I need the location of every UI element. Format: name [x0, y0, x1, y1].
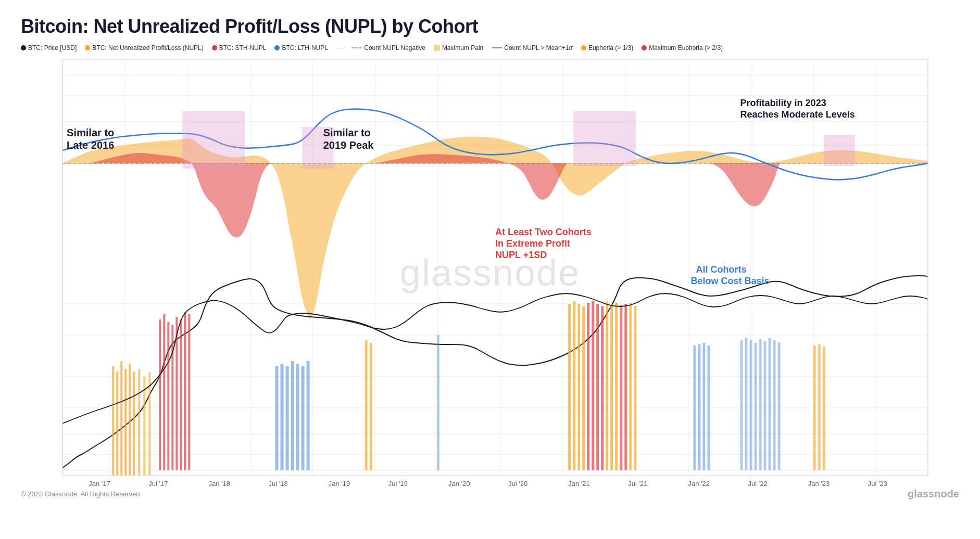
- svg-rect-81: [745, 338, 748, 470]
- svg-rect-75: [634, 306, 636, 470]
- legend-label-count-nupl-negative: Count NUPL Negative: [364, 44, 425, 52]
- svg-text:Jul '17: Jul '17: [148, 480, 168, 486]
- svg-text:Jul '20: Jul '20: [508, 480, 527, 486]
- svg-rect-55: [296, 364, 299, 470]
- svg-rect-84: [759, 339, 762, 470]
- svg-text:Similar to: Similar to: [67, 127, 114, 138]
- svg-text:600: 600: [26, 399, 37, 407]
- svg-text:0: 0: [934, 159, 938, 167]
- svg-rect-53: [286, 366, 289, 470]
- svg-rect-52: [281, 364, 284, 470]
- svg-text:-2.4: -2.4: [931, 370, 942, 378]
- svg-rect-78: [702, 343, 705, 470]
- svg-rect-49: [143, 377, 145, 476]
- svg-rect-87: [773, 340, 776, 470]
- svg-rect-76: [693, 345, 696, 470]
- svg-text:800K: 800K: [23, 142, 40, 149]
- svg-rect-50: [148, 373, 150, 476]
- svg-text:2019 Peak: 2019 Peak: [323, 139, 374, 151]
- svg-rect-63: [577, 304, 580, 470]
- svg-text:-1.2: -1.2: [931, 266, 942, 274]
- legend-label-btc-lth-nupl: BTC: LTH-NUPL: [282, 44, 328, 52]
- svg-rect-89: [813, 345, 816, 470]
- legend-dot-btc-price: [21, 45, 26, 50]
- svg-rect-30: [182, 111, 245, 169]
- legend-dot-btc-sth-nupl: [212, 45, 217, 50]
- legend-label-btc-nupl: BTC: Net Unrealized Profit/Loss (NUPL): [92, 44, 203, 52]
- svg-rect-51: [275, 366, 279, 470]
- svg-text:All Cohorts: All Cohorts: [696, 264, 746, 275]
- svg-rect-74: [629, 303, 632, 470]
- svg-rect-32: [573, 111, 636, 166]
- copyright-text: © 2023 Glassnode. All Rights Reserved.: [21, 490, 142, 498]
- svg-rect-59: [370, 343, 372, 470]
- svg-rect-91: [823, 346, 825, 470]
- svg-text:2M: 2M: [26, 118, 35, 125]
- svg-rect-73: [624, 304, 627, 470]
- svg-rect-54: [291, 361, 294, 470]
- svg-text:Jul '23: Jul '23: [868, 480, 887, 486]
- svg-text:400K: 400K: [23, 159, 40, 167]
- svg-rect-86: [769, 338, 771, 470]
- svg-text:Jan '23: Jan '23: [808, 480, 830, 486]
- svg-text:Jan '17: Jan '17: [89, 480, 110, 486]
- legend-label-max-pain: Maximum Pain: [442, 44, 483, 52]
- svg-rect-47: [188, 314, 190, 470]
- legend-dot-euphoria: [581, 45, 586, 50]
- svg-text:10M: 10M: [23, 71, 36, 79]
- svg-rect-40: [159, 319, 161, 470]
- chart-container: Bitcoin: Net Unrealized Profit/Loss (NUP…: [0, 0, 980, 539]
- svg-rect-88: [778, 342, 781, 470]
- svg-rect-71: [615, 303, 618, 470]
- svg-rect-82: [750, 340, 752, 470]
- legend-dot-btc-nupl: [85, 45, 90, 50]
- legend-line-nupl-mean: [492, 47, 502, 48]
- svg-text:20K: 20K: [26, 261, 38, 269]
- svg-text:-3.6: -3.6: [931, 469, 942, 477]
- legend-count-nupl-mean: Count NUPL > Mean+1σ: [492, 44, 573, 52]
- svg-text:Jul '18: Jul '18: [269, 480, 288, 486]
- svg-rect-80: [740, 340, 743, 470]
- chart-title: Bitcoin: Net Unrealized Profit/Loss (NUP…: [21, 16, 959, 37]
- svg-rect-57: [307, 361, 310, 470]
- svg-rect-56: [301, 366, 305, 470]
- svg-rect-66: [592, 301, 594, 470]
- svg-rect-46: [184, 312, 186, 470]
- legend-dot-max-euphoria: [642, 45, 647, 50]
- svg-rect-38: [129, 364, 131, 476]
- legend-euphoria: Euphoria (> 1/3): [581, 44, 633, 52]
- legend-label-btc-price: BTC: Price [USD]: [28, 44, 77, 52]
- legend-row: BTC: Price [USD] BTC: Net Unrealized Pro…: [21, 44, 959, 52]
- legend-label-count-nupl-mean: Count NUPL > Mean+1σ: [504, 44, 573, 52]
- svg-rect-58: [365, 340, 368, 470]
- svg-text:Jan '20: Jan '20: [448, 480, 470, 486]
- svg-rect-65: [587, 303, 589, 470]
- svg-rect-68: [601, 306, 604, 470]
- svg-rect-60: [437, 335, 439, 470]
- svg-text:Jan '21: Jan '21: [568, 480, 590, 486]
- svg-text:Profitability in 2023: Profitability in 2023: [740, 98, 826, 108]
- svg-rect-36: [120, 361, 122, 476]
- footer-logo: glassnode: [908, 488, 959, 500]
- legend-max-pain: Maximum Pain: [434, 44, 483, 52]
- svg-text:Late 2016: Late 2016: [67, 139, 114, 151]
- chart-area: glassnode: [21, 59, 959, 486]
- svg-text:8K: 8K: [26, 300, 34, 308]
- legend-btc-lth-nupl: BTC: LTH-NUPL: [274, 44, 328, 52]
- svg-rect-77: [698, 344, 700, 470]
- svg-rect-85: [764, 341, 767, 470]
- svg-rect-41: [163, 314, 165, 470]
- legend-dot-max-pain: [434, 45, 440, 51]
- svg-rect-43: [171, 325, 173, 470]
- legend-label-btc-sth-nupl: BTC: STH-NUPL: [219, 44, 267, 52]
- svg-text:Similar to: Similar to: [323, 127, 371, 138]
- legend-btc-sth-nupl: BTC: STH-NUPL: [212, 44, 267, 52]
- footer: © 2023 Glassnode. All Rights Reserved. g…: [21, 488, 959, 500]
- svg-rect-67: [596, 304, 599, 470]
- chart-svg: 0 -1.2 -2.4 -3.6 10M 6M 2M 800K 400K 100…: [21, 59, 959, 486]
- svg-text:4K: 4K: [26, 329, 34, 337]
- svg-rect-35: [116, 371, 118, 476]
- legend-count-nupl-negative: Count NUPL Negative: [351, 44, 425, 52]
- svg-text:In Extreme Profit: In Extreme Profit: [495, 238, 570, 249]
- svg-rect-42: [167, 322, 169, 470]
